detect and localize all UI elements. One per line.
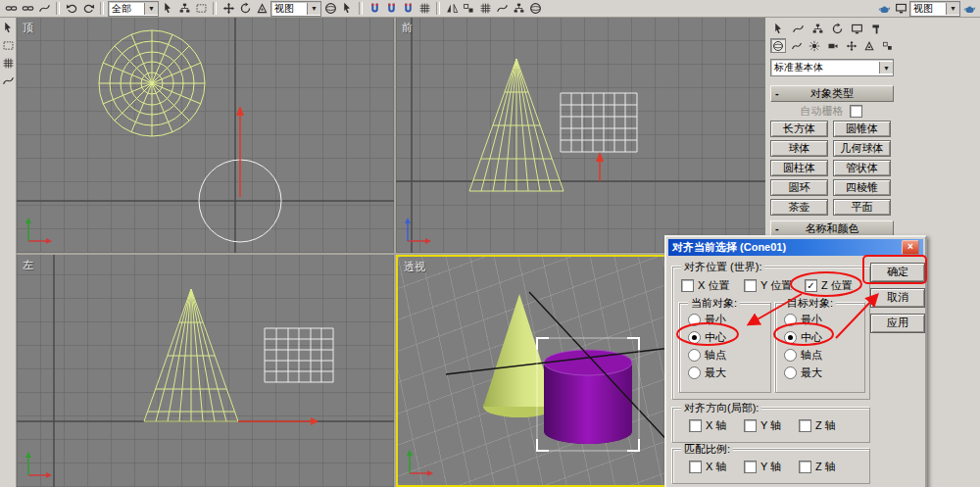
select-region-icon[interactable]: [193, 2, 209, 16]
select-and-move-icon[interactable]: [220, 2, 236, 16]
tab-create-icon[interactable]: [770, 22, 787, 36]
cylinder-button[interactable]: 圆柱体: [770, 160, 828, 176]
object-type-rollout[interactable]: - 对象类型: [770, 85, 894, 102]
scale-z-checkbox[interactable]: Z 轴: [799, 461, 836, 473]
cancel-button[interactable]: 取消: [870, 288, 925, 308]
viewport-front[interactable]: 前: [396, 18, 765, 253]
radio-label: 最小: [705, 313, 726, 327]
category-helpers-icon[interactable]: [844, 38, 859, 53]
home-grid-axes: [17, 18, 394, 253]
target-object-group: 目标对象: 最小 中心 轴点 最大: [775, 303, 865, 393]
object-type-buttons: 长方体 圆锥体 球体 几何球体 圆柱体 管状体 圆环 四棱锥 茶壶 平面: [770, 121, 892, 216]
select-and-rotate-icon[interactable]: [237, 2, 253, 16]
select-and-scale-icon[interactable]: [254, 2, 270, 16]
undo-icon[interactable]: [64, 2, 79, 16]
category-cameras-icon[interactable]: [825, 38, 841, 53]
align-dialog: 对齐当前选择 (Cone01) × 对齐位置 (世界): X 位置 Y 位置 ✓…: [664, 235, 927, 487]
target-pivot-radio[interactable]: 轴点: [784, 349, 822, 362]
render-view-dropdown[interactable]: 视图 ▼: [909, 1, 960, 17]
ok-button[interactable]: 确定: [870, 263, 925, 282]
dialog-titlebar[interactable]: 对齐当前选择 (Cone01) ×: [668, 239, 923, 256]
curve-editor-icon[interactable]: [494, 2, 510, 16]
scale-y-checkbox[interactable]: Y 轴: [744, 461, 781, 473]
primitive-type-dropdown[interactable]: 标准基本体 ▼: [770, 59, 894, 76]
angle-snap-icon[interactable]: [383, 2, 399, 16]
left-toolbar-icon[interactable]: [0, 38, 16, 52]
category-geometry-icon[interactable]: [770, 38, 786, 53]
orientation-z-checkbox[interactable]: Z 轴: [799, 419, 836, 432]
orientation-x-checkbox[interactable]: X 轴: [689, 419, 726, 432]
selection-filter-dropdown[interactable]: 全部 ▼: [108, 1, 159, 17]
teapot-button[interactable]: 茶壶: [770, 199, 828, 216]
tab-display-icon[interactable]: [849, 22, 865, 36]
unlink-icon[interactable]: [20, 2, 35, 16]
select-and-manipulate-icon[interactable]: [339, 2, 355, 16]
tab-motion-icon[interactable]: [829, 22, 846, 36]
viewport-label[interactable]: 顶: [23, 21, 33, 35]
percent-snap-icon[interactable]: [400, 2, 416, 16]
viewport-label[interactable]: 左: [23, 258, 33, 272]
orientation-y-checkbox[interactable]: Y 轴: [744, 419, 781, 432]
mirror-icon[interactable]: [444, 2, 460, 16]
spinner-snap-icon[interactable]: [416, 2, 432, 16]
z-position-checkbox[interactable]: ✓ Z 位置: [805, 279, 853, 292]
checkbox-label: Z 轴: [815, 460, 836, 474]
close-icon[interactable]: ×: [902, 240, 919, 255]
y-position-checkbox[interactable]: Y 位置: [744, 279, 792, 292]
render-setup-icon[interactable]: [876, 2, 892, 16]
tube-button[interactable]: 管状体: [833, 160, 891, 176]
current-pivot-radio[interactable]: 轴点: [688, 349, 726, 362]
pyramid-button[interactable]: 四棱锥: [833, 179, 891, 196]
x-position-checkbox[interactable]: X 位置: [681, 279, 729, 292]
torus-button[interactable]: 圆环: [770, 179, 828, 196]
schematic-view-icon[interactable]: [511, 2, 526, 16]
checkbox-label: Y 轴: [760, 418, 781, 433]
viewport-label[interactable]: 前: [402, 21, 413, 35]
select-by-name-icon[interactable]: [176, 2, 192, 16]
tab-utilities-icon[interactable]: [868, 22, 885, 36]
autogrid-checkbox[interactable]: [850, 105, 862, 118]
current-maximum-radio[interactable]: 最大: [688, 366, 726, 379]
tab-modify-icon[interactable]: [790, 22, 807, 36]
viewport-top[interactable]: 顶: [17, 18, 394, 253]
use-pivot-center-icon[interactable]: [322, 2, 338, 16]
left-toolbar-icon[interactable]: [0, 73, 16, 87]
category-lights-icon[interactable]: [807, 38, 822, 53]
collapse-icon: -: [775, 86, 779, 100]
current-center-radio[interactable]: 中心: [688, 331, 726, 344]
box-button[interactable]: 长方体: [770, 121, 828, 137]
link-icon[interactable]: [3, 2, 19, 16]
sphere-button[interactable]: 球体: [770, 140, 828, 157]
category-systems-icon[interactable]: [880, 38, 896, 53]
align-icon[interactable]: [461, 2, 476, 16]
current-minimum-radio[interactable]: 最小: [688, 314, 726, 326]
target-maximum-radio[interactable]: 最大: [784, 366, 822, 379]
tab-hierarchy-icon[interactable]: [809, 22, 826, 36]
viewport-label[interactable]: 透视: [404, 260, 425, 274]
target-center-radio[interactable]: 中心: [784, 331, 822, 344]
left-toolbar-icon[interactable]: [0, 21, 16, 34]
material-editor-icon[interactable]: [527, 2, 543, 16]
layer-manager-icon[interactable]: [477, 2, 493, 16]
scale-x-checkbox[interactable]: X 轴: [689, 461, 726, 473]
snap-toggle-icon[interactable]: [367, 2, 382, 16]
autogrid-row: 自动栅格: [770, 104, 892, 119]
geosphere-button[interactable]: 几何球体: [833, 140, 891, 157]
category-shapes-icon[interactable]: [789, 38, 805, 53]
select-object-icon[interactable]: [160, 2, 175, 16]
render-frame-window-icon[interactable]: [893, 2, 908, 16]
radio-label: 最大: [801, 365, 822, 380]
target-minimum-radio[interactable]: 最小: [784, 314, 822, 326]
bind-to-spacewarp-icon[interactable]: [36, 2, 52, 16]
apply-button[interactable]: 应用: [870, 314, 925, 333]
viewport-left[interactable]: 左: [17, 255, 394, 487]
quick-render-icon[interactable]: [961, 2, 977, 16]
cone-button[interactable]: 圆锥体: [833, 121, 891, 137]
category-spacewarps-icon[interactable]: [862, 38, 878, 53]
left-toolbar-icon[interactable]: [0, 56, 16, 70]
radio-box: [784, 366, 797, 379]
redo-icon[interactable]: [80, 2, 96, 16]
autogrid-label: 自动栅格: [801, 104, 844, 119]
coordinate-system-dropdown[interactable]: 视图 ▼: [270, 1, 321, 17]
plane-button[interactable]: 平面: [833, 199, 891, 216]
